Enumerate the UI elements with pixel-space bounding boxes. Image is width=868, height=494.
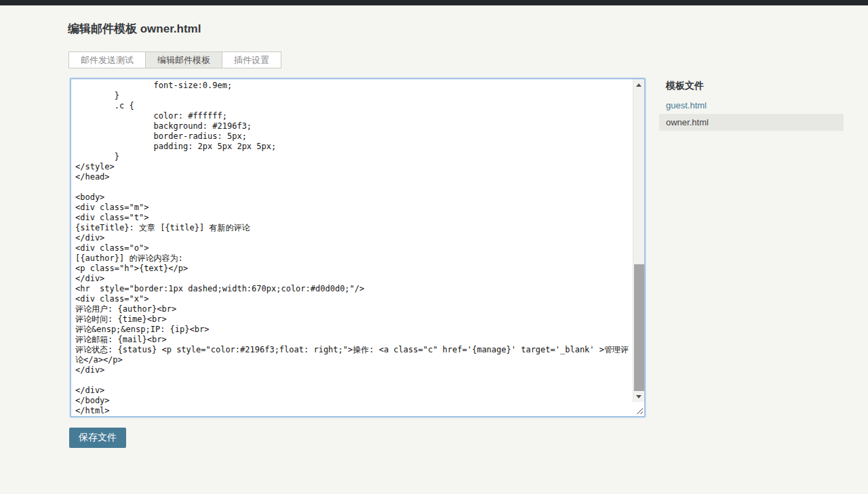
main-column: 邮件发送测试 编辑邮件模板 插件设置 font-size:0.9em; } .c… xyxy=(68,52,646,448)
page-title: 编辑邮件模板 owner.html xyxy=(68,22,868,36)
textarea-resize-grip-icon[interactable] xyxy=(633,402,644,416)
editor-scrollbar[interactable] xyxy=(633,79,644,402)
template-files-sidebar: 模板文件 guest.html owner.html xyxy=(659,52,844,131)
scroll-up-arrow-icon[interactable] xyxy=(633,79,644,90)
content-layout: 邮件发送测试 编辑邮件模板 插件设置 font-size:0.9em; } .c… xyxy=(68,52,868,448)
template-editor[interactable]: font-size:0.9em; } .c { color: #ffffff; … xyxy=(70,78,646,417)
template-code-textarea[interactable]: font-size:0.9em; } .c { color: #ffffff; … xyxy=(71,79,633,416)
plugin-settings-page: 编辑邮件模板 owner.html 邮件发送测试 编辑邮件模板 插件设置 fon… xyxy=(0,22,868,448)
template-file-list: guest.html owner.html xyxy=(659,97,844,131)
tab-mail-send-test[interactable]: 邮件发送测试 xyxy=(68,52,146,68)
tab-plugin-settings[interactable]: 插件设置 xyxy=(222,52,281,68)
scrollbar-thumb[interactable] xyxy=(634,264,644,391)
file-item-guest-html[interactable]: guest.html xyxy=(659,97,844,114)
save-file-button[interactable]: 保存文件 xyxy=(69,428,126,448)
file-item-owner-html[interactable]: owner.html xyxy=(659,114,844,131)
scroll-down-arrow-icon[interactable] xyxy=(633,391,644,402)
tab-edit-mail-template[interactable]: 编辑邮件模板 xyxy=(145,52,222,68)
top-bar xyxy=(0,0,868,5)
template-files-heading: 模板文件 xyxy=(659,80,844,91)
tab-bar: 邮件发送测试 编辑邮件模板 插件设置 xyxy=(68,52,646,68)
